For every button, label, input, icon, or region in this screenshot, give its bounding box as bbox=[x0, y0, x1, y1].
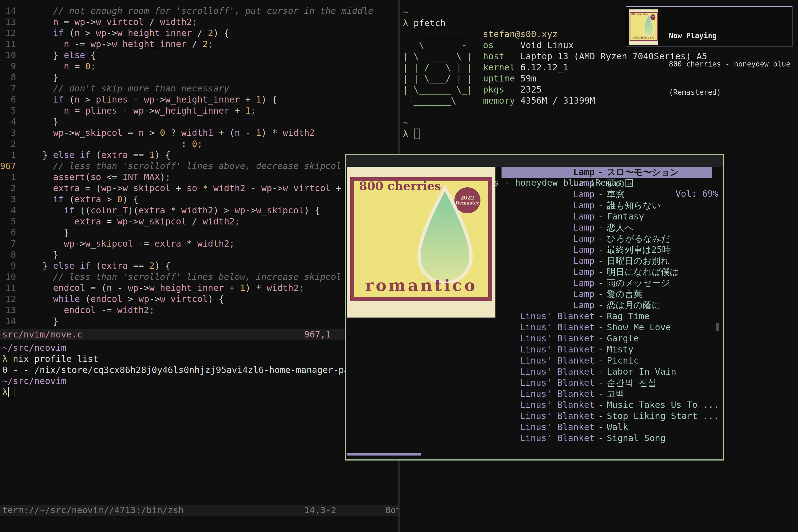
code-line: 4 } bbox=[0, 116, 398, 128]
prompt-lambda: λ bbox=[403, 18, 408, 28]
command-text: pfetch bbox=[408, 18, 445, 28]
prompt-directory: ~/src/neovim bbox=[2, 342, 66, 353]
now-playing-notification[interactable]: 800 cherries 2022Remaster romantico Now … bbox=[626, 6, 793, 47]
playlist-scrollbar[interactable] bbox=[716, 323, 719, 331]
playlist-row[interactable]: Linus' Blanket-고백 bbox=[501, 388, 712, 400]
playlist-row[interactable]: Lamp-最終列車は25時 bbox=[501, 244, 712, 255]
code-line: 4 if ((colnr_T)(extra * width2) > wp->w_… bbox=[0, 205, 398, 216]
notification-album-thumbnail: 800 cherries 2022Remaster romantico bbox=[629, 10, 658, 45]
track-progress-bar[interactable] bbox=[347, 453, 421, 456]
code-line: 5 n = plines - wp->w_height_inner + 1; bbox=[0, 105, 398, 116]
terminal-cursor bbox=[8, 387, 14, 397]
code-line: 6 if (n > plines - wp->w_height_inner + … bbox=[0, 94, 398, 105]
prompt-directory: ~/src/neovim bbox=[2, 376, 66, 386]
playlist-row[interactable]: Linus' Blanket-Gargle bbox=[501, 333, 712, 344]
code-line: 5 extra = wp->w_skipcol / width2; bbox=[0, 216, 398, 227]
screen: 14 // not enough room for 'scrolloff', p… bbox=[0, 0, 798, 532]
code-line: 3 if (extra > 0) { bbox=[0, 194, 398, 205]
playlist-row[interactable]: Lamp-誰も知らない bbox=[501, 200, 712, 211]
playlist-row[interactable]: Lamp-恋は月の蔭に bbox=[501, 300, 712, 311]
playlist-row[interactable]: Linus' Blanket-Labor In Vain bbox=[501, 366, 712, 377]
code-line: 7 // don't skip more than necessary bbox=[0, 83, 398, 94]
playlist-row[interactable]: Lamp-恋人へ bbox=[501, 222, 712, 233]
playlist-row[interactable]: Linus' Blanket-Signal Song bbox=[501, 433, 712, 444]
playlist-row[interactable]: Linus' Blanket-순간의 진실 bbox=[501, 377, 712, 388]
prompt-lambda: λ bbox=[403, 129, 408, 139]
code-line: 11 endcol = (n - wp->w_height_inner + 1)… bbox=[0, 283, 398, 294]
code-editor[interactable]: 14 // not enough room for 'scrolloff', p… bbox=[0, 0, 398, 327]
code-line: 13 endcol -= width2; bbox=[0, 305, 398, 316]
playlist-row[interactable]: Lamp-夢の国 bbox=[501, 178, 712, 189]
playlist-row[interactable]: Lamp-車窓 bbox=[501, 189, 712, 200]
code-line: 2 : 0; bbox=[0, 138, 398, 150]
code-line: 7 wp->w_skipcol -= extra * width2; bbox=[0, 238, 398, 249]
code-line: 9 n = 0; bbox=[0, 61, 398, 72]
command-text: nix profile list bbox=[7, 354, 98, 364]
code-line: 2 extra = (wp->w_skipcol + so * width2 -… bbox=[0, 183, 398, 194]
code-line: 8 } bbox=[0, 72, 398, 83]
statusline-filename: src/nvim/move.c bbox=[2, 329, 82, 340]
code-line: 9 } else if (extra == 2) { bbox=[0, 261, 398, 271]
statusline-buffer-name: term://~/src/neovim//4713:/bin/zsh bbox=[2, 505, 184, 516]
prompt-lambda: λ bbox=[2, 387, 7, 397]
playlist-row[interactable]: Lamp-愛の言葉 bbox=[501, 289, 712, 300]
playlist-row[interactable]: Lamp-スロ〜モ〜ション bbox=[501, 167, 712, 178]
code-line: 1 assert(so <= INT_MAX); bbox=[0, 172, 398, 183]
code-line: 11 n -= wp->w_height_inner / 2; bbox=[0, 39, 398, 50]
prompt-directory: ~ bbox=[403, 7, 408, 17]
playlist-row[interactable]: Lamp-ひろがるなみだ bbox=[501, 233, 712, 244]
code-line: 12 while (endcol > wp->w_virtcol) { bbox=[0, 294, 398, 305]
playlist-row[interactable]: Lamp-Fantasy bbox=[501, 211, 712, 222]
code-line: 10 } else { bbox=[0, 50, 398, 61]
playlist-row[interactable]: Linus' Blanket-Rag Time bbox=[501, 311, 712, 322]
playlist-row[interactable]: Linus' Blanket-Show Me Love bbox=[501, 322, 712, 333]
playlist-row[interactable]: Linus' Blanket-Misty bbox=[501, 344, 712, 355]
playlist-row[interactable]: Lamp-雨のメッセージ bbox=[501, 278, 712, 289]
playlist[interactable]: Lamp-スロ〜モ〜ションLamp-夢の国Lamp-車窓Lamp-誰も知らないL… bbox=[501, 167, 712, 444]
playlist-row[interactable]: Linus' Blanket-Stop Liking Start ... bbox=[501, 411, 712, 422]
nvim-pane[interactable]: 14 // not enough room for 'scrolloff', p… bbox=[0, 0, 398, 532]
code-line: 1 } else if (extra == 1) { bbox=[0, 150, 398, 161]
nvim-terminal-buffer[interactable]: ~/src/neovim λ nix profile list 0 - - /n… bbox=[2, 342, 398, 398]
album-art: 800 cherries 2022Remaster romantico bbox=[347, 167, 495, 318]
notification-title: Now Playing bbox=[669, 31, 790, 40]
notification-song-line2: (Remastered) bbox=[669, 88, 790, 97]
code-line: 14 // not enough room for 'scrolloff', p… bbox=[0, 5, 398, 17]
teardrop-graphic bbox=[415, 185, 475, 286]
code-line: 967 // less than 'scrolloff' lines above… bbox=[0, 161, 398, 172]
statusline-ruler: 967,1 bbox=[304, 329, 331, 340]
album-title-text: romantico bbox=[354, 280, 488, 291]
prompt-directory: ~ bbox=[403, 117, 408, 128]
terminal-cursor bbox=[414, 129, 420, 139]
playlist-row[interactable]: Lamp-明日になれば僕は bbox=[501, 267, 712, 278]
code-line: 14 } bbox=[0, 316, 398, 327]
statusline-ruler: 14,3-2 bbox=[304, 505, 336, 516]
code-line: 12 if (n > wp->w_height_inner / 2) { bbox=[0, 28, 398, 39]
player-header: [Playing] herries - honeydew blue (Remas… bbox=[346, 155, 723, 167]
code-line: 13 n = wp->w_virtcol / width2; bbox=[0, 17, 398, 28]
playlist-row[interactable]: Linus' Blanket-Music Takes Us To ... bbox=[501, 400, 712, 411]
playlist-row[interactable]: Linus' Blanket-Walk bbox=[501, 422, 712, 433]
command-output: 0 - - /nix/store/cq3cx86h28j0y46ls0nhjzj… bbox=[2, 365, 360, 375]
prompt-lambda: λ bbox=[2, 354, 7, 364]
code-line: 10 // less than 'scrolloff' lines below,… bbox=[0, 271, 398, 283]
teardrop-graphic bbox=[642, 14, 654, 37]
music-player-window[interactable]: [Playing] herries - honeydew blue (Remas… bbox=[345, 154, 724, 460]
playlist-row[interactable]: Lamp-日曜日のお別れ bbox=[501, 255, 712, 267]
notification-song-line1: 800 cherries - honeydew blue bbox=[669, 59, 790, 69]
code-line: 3 wp->w_skipcol = n > 0 ? width1 + (n - … bbox=[0, 128, 398, 138]
terminal-statusline: term://~/src/neovim//4713:/bin/zsh 14,3-… bbox=[0, 505, 398, 516]
playlist-row[interactable]: Linus' Blanket-Picnic bbox=[501, 355, 712, 366]
code-line: 6 } bbox=[0, 227, 398, 238]
nvim-statusline: src/nvim/move.c 967,1 bbox=[0, 329, 398, 340]
code-line: 8 } bbox=[0, 249, 398, 261]
